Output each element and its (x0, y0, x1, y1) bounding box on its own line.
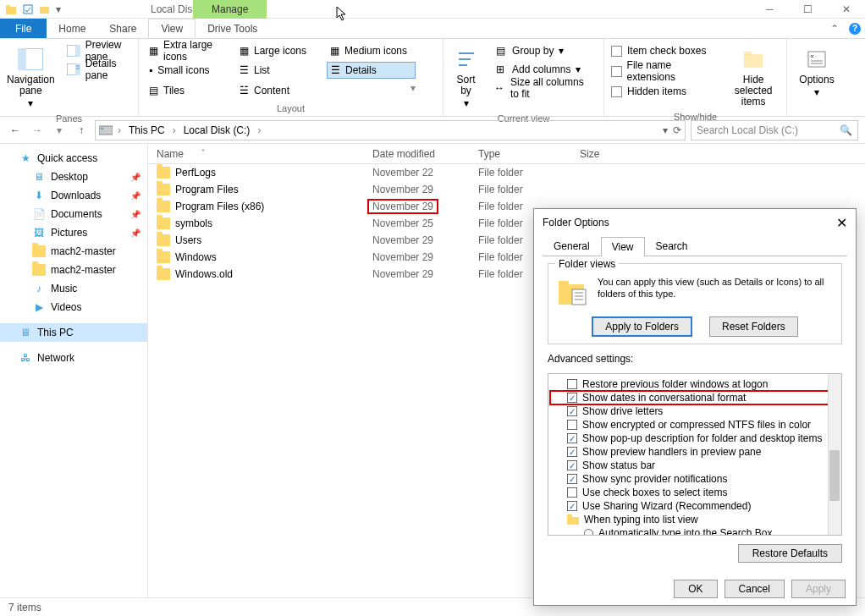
col-size[interactable]: Size (571, 148, 639, 160)
group-by-button[interactable]: ▤Group by ▾ (490, 42, 597, 59)
layout-large[interactable]: ▦Large icons (236, 42, 325, 59)
adv-setting-item[interactable]: Automatically type into the Search Box (550, 526, 840, 536)
adv-setting-label: When typing into list view (584, 514, 698, 525)
dlg-tab-search[interactable]: Search (645, 236, 699, 256)
item-checkboxes-toggle[interactable]: Item check boxes (611, 42, 719, 59)
chevron-right-icon[interactable]: › (256, 124, 262, 136)
apply-button[interactable]: Apply (791, 580, 846, 598)
options-button[interactable]: Options▾ (794, 42, 840, 100)
file-date: November 29 (364, 251, 470, 263)
col-name[interactable]: Name˄ (148, 148, 364, 160)
help-button[interactable]: ? (845, 19, 865, 38)
nav-network[interactable]: 🖧Network (0, 349, 147, 367)
dlg-tab-view[interactable]: View (601, 237, 645, 256)
adv-setting-item[interactable]: ✓Show pop-up description for folder and … (550, 432, 840, 445)
col-date[interactable]: Date modified (364, 148, 470, 160)
chevron-right-icon[interactable]: › (116, 124, 123, 136)
ok-button[interactable]: OK (674, 580, 717, 598)
close-button[interactable]: ✕ (827, 0, 865, 19)
tab-share[interactable]: Share (97, 19, 148, 38)
tab-file[interactable]: File (0, 19, 47, 38)
table-row[interactable]: PerfLogsNovember 22File folder (148, 164, 865, 181)
advanced-settings-list[interactable]: Restore previous folder windows at logon… (548, 373, 842, 536)
search-input[interactable]: Search Local Disk (C:) 🔍 (691, 120, 858, 140)
col-type[interactable]: Type (470, 148, 571, 160)
adv-setting-item[interactable]: Restore previous folder windows at logon (550, 377, 840, 391)
layout-list[interactable]: ☰List (236, 62, 325, 79)
crumb-this-pc[interactable]: This PC (126, 124, 168, 136)
dropdown-icon: ▾ (814, 87, 819, 98)
address-bar[interactable]: › This PC › Local Disk (C:) › ▾ ⟳ (95, 120, 686, 140)
adv-setting-item[interactable]: When typing into list view (550, 513, 840, 526)
address-dropdown-icon[interactable]: ▾ (663, 124, 668, 136)
layout-extra-large[interactable]: ▦Extra large icons (146, 42, 234, 59)
folder-views-fieldset: Folder views You can apply this view (su… (548, 263, 842, 344)
nav-this-pc[interactable]: 🖥This PC (0, 323, 147, 342)
hidden-items-toggle[interactable]: Hidden items (611, 83, 719, 100)
dialog-close-button[interactable]: ✕ (836, 215, 847, 231)
dlg-tab-general[interactable]: General (543, 236, 601, 256)
adv-setting-item[interactable]: ✓Show sync provider notifications (550, 472, 840, 486)
scrollbar[interactable] (828, 374, 841, 535)
forward-button[interactable]: → (29, 122, 46, 139)
table-row[interactable]: Program FilesNovember 29File folder (148, 181, 865, 198)
pin-icon: 📌 (130, 228, 140, 238)
crumb-local-disk[interactable]: Local Disk (C:) (181, 124, 253, 136)
search-icon: 🔍 (840, 124, 852, 136)
up-button[interactable]: ↑ (73, 122, 90, 139)
sort-by-button[interactable]: Sort by▾ (450, 42, 482, 110)
nav-documents[interactable]: 📄Documents📌 (0, 205, 147, 223)
adv-setting-item[interactable]: Use check boxes to select items (550, 486, 840, 499)
back-button[interactable]: ← (7, 122, 24, 139)
file-extensions-toggle[interactable]: File name extensions (611, 63, 719, 80)
collapse-ribbon-icon[interactable]: ⌃ (824, 19, 845, 38)
tab-home[interactable]: Home (47, 19, 97, 38)
contextual-tab-manage[interactable]: Manage (193, 0, 267, 19)
nav-desktop[interactable]: 🖥Desktop📌 (0, 168, 147, 186)
navigation-pane-button[interactable]: Navigation pane▾ (7, 42, 55, 110)
hide-selected-button[interactable]: Hide selected items (727, 42, 780, 108)
scrollbar-thumb[interactable] (829, 450, 840, 501)
qat-newfolder-icon[interactable] (39, 3, 51, 15)
qat-dropdown-icon[interactable]: ▾ (56, 3, 61, 15)
layout-content[interactable]: ☱Content (236, 82, 325, 99)
layout-expand-icon[interactable]: ▾ (410, 82, 416, 99)
apply-to-folders-button[interactable]: Apply to Folders (592, 316, 692, 337)
chevron-right-icon[interactable]: › (171, 124, 178, 136)
tab-drive-tools[interactable]: Drive Tools (196, 19, 269, 38)
recent-dropdown[interactable]: ▾ (51, 122, 68, 139)
adv-setting-item[interactable]: ✓Show status bar (550, 459, 840, 472)
nav-quick-access[interactable]: ★Quick access (0, 149, 147, 168)
cancel-button[interactable]: Cancel (725, 580, 785, 598)
details-pane-button[interactable]: Details pane (63, 61, 131, 78)
adv-setting-item[interactable]: Show encrypted or compressed NTFS files … (550, 418, 840, 432)
checkbox-icon: ✓ (567, 501, 577, 511)
nav-music[interactable]: ♪Music (0, 279, 147, 298)
nav-mach2-2[interactable]: mach2-master (0, 261, 147, 279)
file-date: November 29 (364, 184, 470, 195)
minimize-button[interactable]: ─ (751, 0, 789, 19)
svg-rect-15 (744, 54, 763, 68)
nav-pictures[interactable]: 🖼Pictures📌 (0, 223, 147, 242)
adv-setting-item[interactable]: ✓Show dates in conversational format (550, 391, 840, 404)
size-columns-button[interactable]: ↔Size all columns to fit (490, 80, 597, 96)
adv-setting-item[interactable]: ✓Show drive letters (550, 404, 840, 418)
refresh-icon[interactable]: ⟳ (673, 124, 681, 136)
qat-properties-icon[interactable] (22, 3, 34, 15)
layout-tiles[interactable]: ▤Tiles (146, 82, 234, 99)
adv-setting-item[interactable]: ✓Use Sharing Wizard (Recommended) (550, 499, 840, 513)
tab-view[interactable]: View (148, 19, 196, 38)
layout-medium[interactable]: ▦Medium icons (327, 42, 416, 59)
restore-defaults-button[interactable]: Restore Defaults (738, 544, 842, 563)
adv-setting-item[interactable]: ✓Show preview handlers in preview pane (550, 445, 840, 459)
layout-small[interactable]: ▪Small icons (146, 62, 234, 79)
preview-pane-button[interactable]: Preview pane (63, 42, 131, 59)
videos-icon: ▶ (32, 300, 46, 314)
nav-mach2-1[interactable]: mach2-master (0, 242, 147, 261)
maximize-button[interactable]: ☐ (789, 0, 827, 19)
reset-folders-button[interactable]: Reset Folders (709, 316, 798, 337)
layout-details[interactable]: ☰Details (327, 62, 416, 79)
nav-downloads[interactable]: ⬇Downloads📌 (0, 186, 147, 205)
add-columns-button[interactable]: ⊞Add columns ▾ (490, 61, 597, 78)
nav-videos[interactable]: ▶Videos (0, 298, 147, 316)
